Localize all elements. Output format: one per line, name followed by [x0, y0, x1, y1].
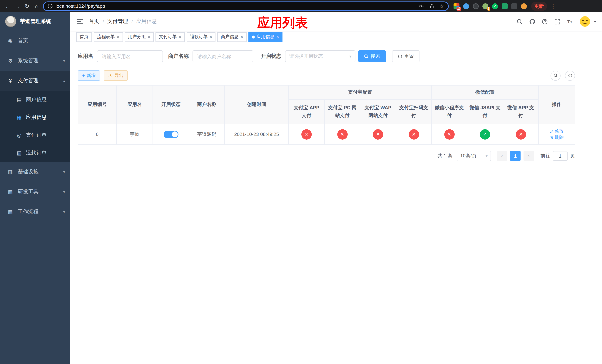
sidebar-item-app-info[interactable]: ▦ 应用信息	[0, 108, 70, 126]
extension-icon[interactable]	[463, 3, 469, 9]
tab-close-icon[interactable]: ×	[178, 34, 181, 39]
table-toolbar: + 新增 导出	[78, 70, 575, 81]
svg-text:T: T	[571, 21, 572, 24]
refresh-icon	[398, 54, 402, 59]
app-name-label: 应用名	[78, 53, 93, 60]
tab-close-icon[interactable]: ×	[276, 34, 279, 39]
status-select[interactable]: 请选择开启状态 ▾	[285, 50, 355, 62]
search-icon	[553, 73, 558, 78]
extensions-area: 10 1 ✓	[453, 3, 527, 9]
pagination-total: 共 1 条	[437, 152, 452, 159]
share-icon[interactable]	[429, 3, 434, 9]
alipay-pc-status-icon: ✕	[337, 129, 347, 139]
edit-link-label: 修改	[555, 128, 564, 134]
search-button[interactable]: 搜索	[358, 50, 386, 62]
back-icon[interactable]: ←	[3, 3, 13, 9]
app-table: 应用编号 应用名 开启状态 商户名称 创建时间 支付宝配置 微信配置 操作 支付…	[78, 85, 575, 145]
help-icon[interactable]	[542, 18, 548, 25]
tab-close-icon[interactable]: ×	[240, 34, 243, 39]
tab-home[interactable]: 首页	[76, 32, 92, 42]
tab-user-group[interactable]: 用户分组 ×	[125, 32, 154, 42]
next-page-button[interactable]: ›	[524, 151, 534, 161]
extension-icon[interactable]	[511, 3, 517, 9]
extension-icon[interactable]	[473, 3, 479, 9]
select-caret-icon: ▾	[485, 153, 488, 158]
toggle-knob	[172, 131, 178, 137]
tab-process-form[interactable]: 流程表单 ×	[94, 32, 123, 42]
github-icon[interactable]	[529, 18, 536, 25]
status-toggle[interactable]	[163, 130, 178, 138]
prev-page-button[interactable]: ‹	[497, 151, 507, 161]
reset-button[interactable]: 重置	[392, 50, 419, 62]
bookmark-star-icon[interactable]: ☆	[439, 3, 444, 10]
sidebar-item-refund-order[interactable]: ▧ 退款订单	[0, 144, 70, 162]
tab-app-info[interactable]: 应用信息 ×	[248, 32, 282, 42]
sidebar-item-home[interactable]: ◉ 首页	[0, 31, 70, 51]
tab-close-icon[interactable]: ×	[117, 34, 119, 39]
app-grid-icon: ▦	[16, 114, 22, 120]
breadcrumb: 首页 / 支付管理 / 应用信息	[89, 18, 157, 25]
plus-icon: +	[82, 73, 85, 78]
sidebar-item-workflow[interactable]: ▩ 工作流程 ▾	[0, 202, 70, 222]
app-title: 芋道管理系统	[20, 18, 51, 25]
extension-icon[interactable]	[502, 3, 508, 9]
extension-icon[interactable]: 10	[453, 3, 460, 9]
extension-icon[interactable]: ✓	[492, 3, 498, 9]
sidebar-item-devtools[interactable]: ▨ 研发工具 ▾	[0, 182, 70, 202]
tab-close-icon[interactable]: ×	[210, 34, 212, 39]
logo-avatar	[5, 16, 16, 27]
reload-icon[interactable]: ↻	[22, 3, 32, 10]
sidebar-item-pay-order[interactable]: ◎ 支付订单	[0, 126, 70, 144]
col-header-actions: 操作	[538, 85, 575, 124]
avatar-caret-icon[interactable]: ▾	[594, 19, 596, 24]
chrome-menu-icon[interactable]: ⋮	[548, 3, 558, 10]
search-button-label: 搜索	[371, 53, 380, 60]
export-button[interactable]: 导出	[104, 70, 128, 81]
sidebar-item-system[interactable]: ⚙ 系统管理 ▾	[0, 51, 70, 71]
current-page-button[interactable]: 1	[510, 151, 521, 161]
wx-lite-status-icon: ✕	[444, 129, 454, 139]
sidebar-item-label: 首页	[18, 37, 28, 44]
extension-icon[interactable]	[521, 3, 527, 9]
app-name-input[interactable]	[97, 50, 163, 62]
site-info-icon[interactable]	[47, 3, 53, 9]
home-icon[interactable]: ⌂	[32, 3, 42, 9]
chrome-update-button[interactable]: 更新	[531, 2, 547, 11]
refund-icon: ▧	[16, 150, 22, 156]
delete-link[interactable]: 删除	[550, 134, 564, 140]
chevron-up-icon: ▴	[63, 78, 65, 83]
browser-window: ← → ↻ ⌂ localhost:1024/pay/app ☆ 10	[0, 0, 602, 364]
merchant-name-input[interactable]	[193, 50, 253, 62]
address-bar[interactable]: localhost:1024/pay/app ☆	[43, 1, 449, 11]
font-size-icon[interactable]: T T	[567, 18, 573, 25]
page-size-value: 10条/页	[460, 152, 476, 159]
add-button-label: 新增	[87, 72, 96, 79]
sidebar-item-label: 基础设施	[18, 169, 39, 175]
edit-link[interactable]: 修改	[550, 128, 564, 134]
col-header-wx-jsapi: 微信 JSAPI 支付	[467, 99, 503, 124]
sidebar-item-merchant-info[interactable]: ▤ 商户信息	[0, 91, 70, 108]
fullscreen-icon[interactable]	[554, 18, 561, 25]
extension-icon[interactable]: 1	[483, 3, 488, 9]
toggle-search-button[interactable]	[550, 71, 560, 81]
col-header-alipay-qr: 支付宝扫码支付	[396, 99, 431, 124]
browser-toolbar: ← → ↻ ⌂ localhost:1024/pay/app ☆ 10	[0, 0, 602, 12]
tab-refund-order[interactable]: 退款订单 ×	[187, 32, 216, 42]
sidebar-item-infra[interactable]: ▥ 基础设施 ▾	[0, 162, 70, 182]
refresh-table-button[interactable]	[565, 71, 575, 81]
user-avatar[interactable]	[580, 16, 591, 27]
tab-merchant-info[interactable]: 商户信息 ×	[217, 32, 247, 42]
breadcrumb-item[interactable]: 支付管理	[107, 18, 128, 25]
breadcrumb-item[interactable]: 首页	[89, 18, 99, 25]
sidebar: 芋道管理系统 ◉ 首页 ⚙ 系统管理 ▾ ¥ 支付管理 ▴ ▤ 商户信息	[0, 12, 70, 364]
page-size-select[interactable]: 10条/页 ▾	[457, 151, 491, 161]
password-key-icon[interactable]	[419, 3, 424, 9]
goto-page-input[interactable]	[553, 151, 568, 161]
forward-icon[interactable]: →	[13, 3, 22, 9]
sidebar-item-payment[interactable]: ¥ 支付管理 ▴	[0, 71, 70, 91]
add-button[interactable]: + 新增	[78, 70, 100, 81]
search-icon[interactable]	[517, 18, 523, 25]
hamburger-icon[interactable]	[76, 18, 84, 25]
tab-pay-order[interactable]: 支付订单 ×	[155, 32, 184, 42]
tab-close-icon[interactable]: ×	[148, 34, 150, 39]
